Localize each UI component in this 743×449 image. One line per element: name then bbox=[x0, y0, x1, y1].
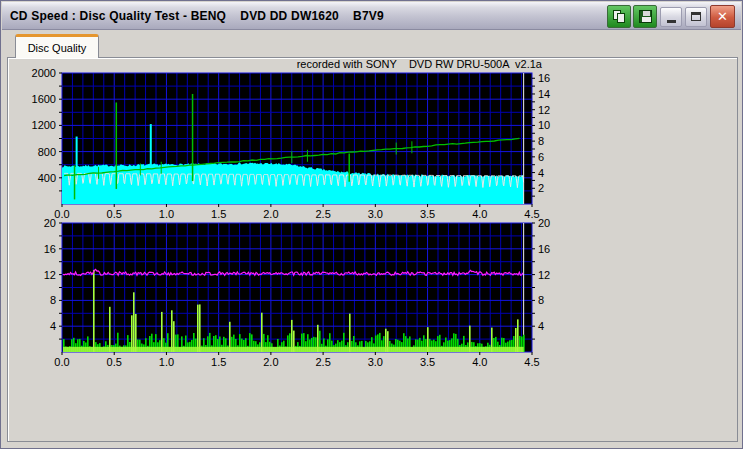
svg-text:2.5: 2.5 bbox=[315, 356, 330, 368]
svg-text:3.0: 3.0 bbox=[368, 356, 383, 368]
title-bar[interactable]: CD Speed : Disc Quality Test - BENQ DVD … bbox=[2, 2, 741, 30]
tab-disc-quality[interactable]: Disc Quality bbox=[15, 34, 99, 58]
svg-text:4.5: 4.5 bbox=[524, 356, 539, 368]
svg-text:800: 800 bbox=[38, 146, 56, 158]
svg-text:2.0: 2.0 bbox=[263, 208, 278, 220]
svg-text:1.0: 1.0 bbox=[159, 208, 174, 220]
svg-text:2.0: 2.0 bbox=[263, 356, 278, 368]
window-title: CD Speed : Disc Quality Test - BENQ DVD … bbox=[2, 9, 384, 23]
tab-label: Disc Quality bbox=[28, 42, 87, 54]
svg-text:6: 6 bbox=[538, 151, 544, 163]
svg-text:3.5: 3.5 bbox=[420, 356, 435, 368]
quality-charts: 4008001200160020002468101214164488121216… bbox=[11, 58, 556, 370]
copy-button[interactable] bbox=[607, 5, 631, 28]
svg-text:3.0: 3.0 bbox=[368, 208, 383, 220]
minimize-icon bbox=[667, 20, 676, 23]
minimize-button[interactable] bbox=[660, 7, 682, 27]
svg-text:4.0: 4.0 bbox=[472, 208, 487, 220]
svg-text:1.5: 1.5 bbox=[211, 356, 226, 368]
svg-text:0.5: 0.5 bbox=[107, 356, 122, 368]
svg-text:4: 4 bbox=[50, 320, 56, 332]
save-button[interactable] bbox=[633, 5, 657, 28]
close-icon: ✕ bbox=[717, 9, 728, 24]
svg-text:4.0: 4.0 bbox=[472, 356, 487, 368]
svg-text:16: 16 bbox=[44, 243, 56, 255]
svg-text:10: 10 bbox=[538, 119, 550, 131]
svg-text:0.5: 0.5 bbox=[107, 208, 122, 220]
svg-text:1.0: 1.0 bbox=[159, 356, 174, 368]
svg-text:1200: 1200 bbox=[32, 119, 56, 131]
save-icon bbox=[639, 10, 652, 23]
svg-text:12: 12 bbox=[44, 269, 56, 281]
svg-text:16: 16 bbox=[538, 72, 550, 84]
maximize-icon bbox=[691, 12, 701, 21]
svg-text:2000: 2000 bbox=[32, 67, 56, 79]
svg-text:8: 8 bbox=[50, 294, 56, 306]
maximize-button[interactable] bbox=[685, 7, 707, 27]
svg-text:12: 12 bbox=[538, 269, 550, 281]
titlebar-buttons: ✕ bbox=[605, 5, 735, 28]
svg-text:1600: 1600 bbox=[32, 93, 56, 105]
svg-text:4: 4 bbox=[538, 167, 544, 179]
copy-icon bbox=[613, 10, 625, 23]
svg-text:1.5: 1.5 bbox=[211, 208, 226, 220]
close-button[interactable]: ✕ bbox=[710, 5, 735, 28]
svg-text:16: 16 bbox=[538, 243, 550, 255]
app-window: CD Speed : Disc Quality Test - BENQ DVD … bbox=[0, 0, 743, 449]
svg-text:8: 8 bbox=[538, 294, 544, 306]
svg-text:12: 12 bbox=[538, 104, 550, 116]
svg-text:4: 4 bbox=[538, 320, 544, 332]
svg-text:0.0: 0.0 bbox=[54, 356, 69, 368]
svg-text:3.5: 3.5 bbox=[420, 208, 435, 220]
svg-text:2: 2 bbox=[538, 182, 544, 194]
recorded-with-header: recorded with SONY DVD RW DRU-500A v2.1a bbox=[201, 58, 542, 72]
svg-text:20: 20 bbox=[538, 217, 550, 229]
svg-text:2.5: 2.5 bbox=[315, 208, 330, 220]
svg-text:8: 8 bbox=[538, 135, 544, 147]
svg-text:4.5: 4.5 bbox=[524, 208, 539, 220]
svg-text:14: 14 bbox=[538, 88, 550, 100]
svg-text:0.0: 0.0 bbox=[54, 208, 69, 220]
svg-text:400: 400 bbox=[38, 172, 56, 184]
